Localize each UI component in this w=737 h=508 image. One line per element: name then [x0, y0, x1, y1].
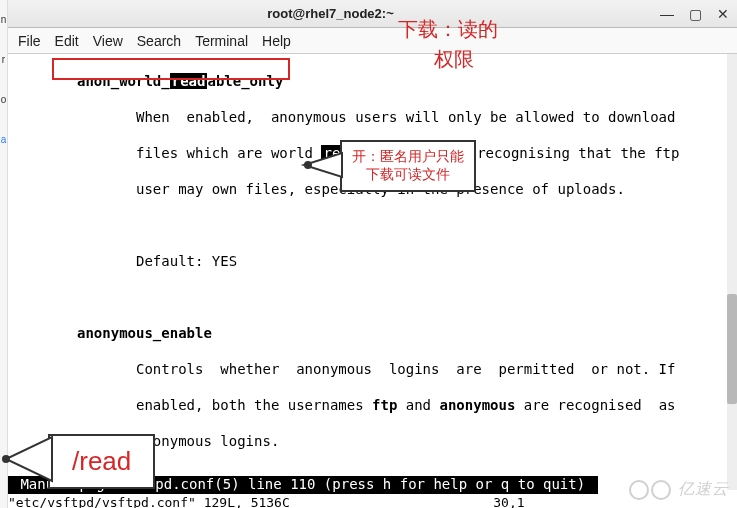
maximize-button[interactable]: ▢: [681, 6, 709, 22]
svg-point-3: [2, 455, 10, 463]
watermark: 亿速云: [629, 479, 729, 500]
annotation-text: 权限: [434, 46, 474, 73]
window-titlebar: root@rhel7_node2:~ — ▢ ✕: [8, 0, 737, 28]
svg-point-1: [304, 161, 312, 169]
man-option: anonymous_enable: [77, 325, 212, 341]
callout-tail-icon: [0, 434, 54, 484]
menu-file[interactable]: File: [18, 33, 41, 49]
callout-tail-icon: [300, 150, 344, 180]
man-text: anonymous logins.: [136, 433, 279, 449]
annotation-callout: 开：匿名用户只能下载可读文件: [340, 140, 476, 192]
menu-terminal[interactable]: Terminal: [195, 33, 248, 49]
man-text: When enabled, anonymous users will only …: [136, 109, 675, 125]
cursor-icon: [585, 477, 594, 493]
editor-left-gutter: nroa: [0, 0, 8, 508]
menu-search[interactable]: Search: [137, 33, 181, 49]
annotation-box: [52, 58, 290, 80]
menu-help[interactable]: Help: [262, 33, 291, 49]
man-default: Default: YES: [136, 253, 237, 269]
scrollbar[interactable]: [727, 54, 737, 490]
minimize-button[interactable]: —: [653, 6, 681, 22]
menu-bar: File Edit View Search Terminal Help: [8, 28, 737, 54]
scrollbar-thumb[interactable]: [727, 294, 737, 404]
terminal-output[interactable]: anon_world_readable_only When enabled, a…: [8, 54, 737, 490]
vim-status-line: "etc/vsftpd/vsftpd.conf" 129L, 5136C 30,…: [8, 495, 525, 508]
man-text: enabled, both the usernames ftp and anon…: [136, 397, 675, 413]
close-button[interactable]: ✕: [709, 6, 737, 22]
watermark-ring-icon: [651, 480, 671, 500]
annotation-search-term: /read: [48, 434, 155, 489]
svg-marker-2: [6, 437, 52, 481]
annotation-text: 下载：读的: [398, 16, 498, 43]
menu-view[interactable]: View: [93, 33, 123, 49]
watermark-ring-icon: [629, 480, 649, 500]
man-text: Controls whether anonymous logins are pe…: [136, 361, 675, 377]
window-title: root@rhel7_node2:~: [8, 6, 653, 21]
menu-edit[interactable]: Edit: [55, 33, 79, 49]
